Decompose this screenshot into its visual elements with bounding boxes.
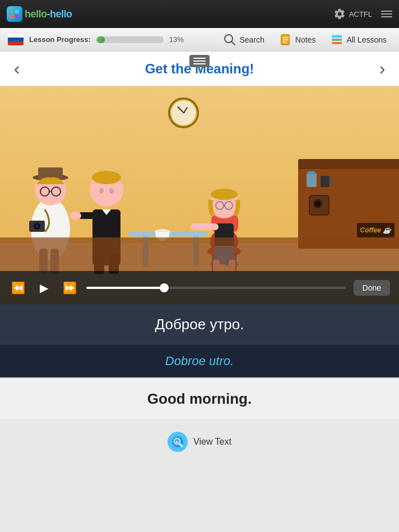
subtitle-russian-box: Доброе утро.: [0, 305, 399, 344]
svg-point-37: [99, 188, 104, 194]
coffee-sign: Coffee ☕: [357, 223, 395, 237]
app-header: hello-hello ACTFL: [0, 0, 399, 28]
svg-rect-2: [10, 15, 14, 18]
notes-button[interactable]: Notes: [275, 31, 321, 49]
logo-text: hello-hello: [25, 8, 72, 20]
all-lessons-button[interactable]: All Lessons: [326, 31, 391, 49]
romanized-text: Dobroe utro.: [165, 354, 234, 368]
view-text-label[interactable]: View Text: [193, 437, 231, 447]
logo-icon: [7, 6, 22, 22]
svg-point-36: [92, 171, 121, 184]
svg-point-30: [35, 225, 39, 228]
progress-track: [96, 36, 164, 43]
notes-icon: [279, 33, 293, 46]
rewind-button[interactable]: ⏪: [9, 281, 27, 295]
svg-rect-3: [15, 15, 19, 18]
play-button[interactable]: ▶: [35, 281, 53, 295]
progress-percent: 13%: [169, 35, 184, 44]
video-progress-fill: [86, 287, 164, 289]
svg-rect-58: [191, 223, 219, 230]
video-progress-bar[interactable]: [86, 287, 346, 289]
video-progress-knob[interactable]: [160, 283, 169, 292]
progress-bar-area: Lesson Progress: 13% Search Notes: [0, 28, 399, 52]
header-right: ACTFL: [333, 8, 392, 20]
actfl-badge: ACTFL: [333, 8, 372, 20]
svg-point-40: [70, 212, 81, 220]
all-lessons-label: All Lessons: [346, 35, 387, 44]
prev-arrow[interactable]: ‹: [6, 58, 28, 79]
svg-rect-10: [332, 35, 342, 38]
svg-rect-12: [332, 42, 342, 44]
svg-point-38: [109, 188, 114, 194]
view-text-icon: [168, 432, 188, 452]
video-area: Coffee ☕: [0, 86, 399, 305]
menu-button[interactable]: [381, 11, 392, 17]
svg-rect-1: [15, 10, 19, 13]
lesson-progress-label: Lesson Progress:: [29, 35, 91, 44]
done-button[interactable]: Done: [354, 280, 390, 296]
notes-label: Notes: [295, 35, 316, 44]
russian-text: Доброе утро.: [155, 316, 244, 333]
search-label: Search: [239, 35, 264, 44]
progress-fill: [96, 36, 105, 43]
svg-rect-15: [321, 176, 330, 187]
subtitle-romanized-box: Dobroe utro.: [0, 344, 399, 377]
svg-point-54: [211, 189, 238, 200]
all-lessons-icon: [330, 33, 344, 46]
actfl-gear-icon: [333, 8, 346, 20]
lesson-title-bar: ‹ Get the Meaning! ›: [0, 52, 399, 86]
app-logo: hello-hello: [7, 6, 72, 22]
actfl-label: ACTFL: [349, 10, 372, 18]
search-icon: [223, 33, 236, 46]
svg-rect-0: [10, 10, 14, 13]
fast-forward-button[interactable]: ⏩: [61, 281, 78, 295]
svg-rect-11: [332, 39, 342, 41]
next-arrow[interactable]: ›: [371, 58, 393, 79]
russian-flag: [8, 34, 24, 45]
subtitle-english-box: Good morning.: [0, 377, 399, 419]
english-text: Good morning.: [147, 390, 252, 408]
search-button[interactable]: Search: [219, 31, 268, 49]
footer: View Text: [0, 419, 399, 464]
video-controls: ⏪ ▶ ⏩ Done: [0, 271, 399, 305]
svg-point-18: [315, 201, 321, 207]
hamburger-menu[interactable]: [189, 55, 210, 67]
svg-line-5: [231, 41, 235, 45]
